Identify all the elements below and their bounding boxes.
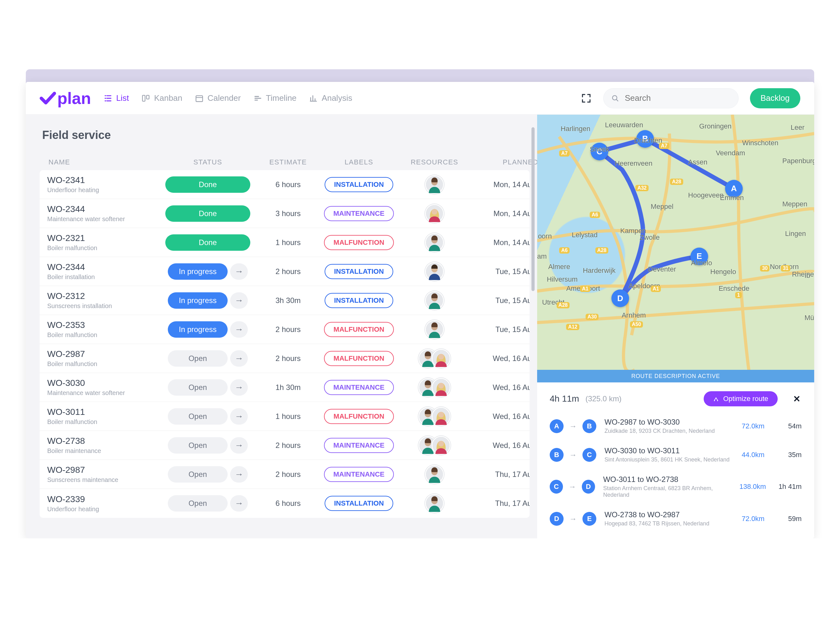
- table-row[interactable]: WO-2321Boiler malfunctionDone1 hoursMALF…: [39, 228, 530, 257]
- status-pill[interactable]: Open: [168, 495, 227, 511]
- wo-resources[interactable]: [397, 175, 472, 194]
- wo-resources[interactable]: [397, 494, 472, 513]
- advance-status-button[interactable]: →: [230, 292, 248, 309]
- status-pill[interactable]: Done: [165, 176, 250, 193]
- status-pill[interactable]: Done: [165, 206, 250, 222]
- table-row[interactable]: WO-3011Boiler malfunctionOpen→1 hoursMAL…: [39, 402, 530, 431]
- map-highway-badge: A12: [566, 324, 579, 330]
- advance-status-button[interactable]: →: [230, 408, 248, 424]
- advance-status-button[interactable]: →: [230, 321, 248, 338]
- wo-resources[interactable]: [397, 378, 472, 397]
- optimize-route-button[interactable]: Optimize route: [704, 391, 778, 406]
- wo-resources[interactable]: [397, 465, 472, 484]
- wo-label-tag[interactable]: MAINTENANCE: [324, 206, 394, 221]
- table-row[interactable]: WO-2344Boiler installationIn progress→2 …: [39, 257, 530, 286]
- wo-label-tag[interactable]: INSTALLATION: [325, 177, 393, 192]
- close-route-button[interactable]: ✕: [791, 394, 802, 404]
- wo-label-tag[interactable]: MALFUNCTION: [324, 351, 393, 366]
- route-leg[interactable]: B → C WO-3030 to WO-3011 Sint Antoniuspl…: [550, 446, 802, 463]
- route-leg[interactable]: C → D WO-3011 to WO-2738 Station Arnhem …: [550, 475, 802, 498]
- table-row[interactable]: WO-2339Underfloor heatingOpen→6 hoursINS…: [39, 489, 530, 518]
- advance-status-button[interactable]: →: [230, 263, 248, 280]
- view-tab-kanban[interactable]: Kanban: [141, 93, 182, 103]
- view-tab-calendar[interactable]: Calender: [195, 93, 241, 103]
- status-pill[interactable]: Done: [165, 234, 250, 251]
- table-row[interactable]: WO-2987Boiler malfunctionOpen→2 hoursMAL…: [39, 344, 530, 373]
- backlog-button[interactable]: Backlog: [750, 88, 801, 108]
- svg-point-7: [432, 209, 437, 215]
- table-row[interactable]: WO-3030Maintenance water softenerOpen→1h…: [39, 373, 530, 402]
- table-row[interactable]: WO-2987Sunscreens maintenanceOpen→2 hour…: [39, 460, 530, 489]
- view-tab-timeline[interactable]: Timeline: [253, 93, 297, 103]
- avatar: [425, 465, 444, 484]
- view-label: Analysis: [322, 93, 352, 103]
- map-city-label: Lingen: [785, 230, 806, 238]
- wo-resources[interactable]: [397, 262, 472, 281]
- status-pill[interactable]: In progress: [168, 263, 227, 280]
- view-tab-list[interactable]: List: [104, 93, 129, 103]
- wo-label-tag[interactable]: INSTALLATION: [325, 264, 393, 279]
- view-tab-analysis[interactable]: Analysis: [309, 93, 352, 103]
- status-pill[interactable]: Open: [168, 379, 227, 396]
- advance-status-button[interactable]: →: [230, 495, 248, 511]
- table-row[interactable]: WO-2312Sunscreens installationIn progres…: [39, 286, 530, 315]
- wo-resources[interactable]: [397, 407, 472, 426]
- wo-resources[interactable]: [397, 320, 472, 339]
- svg-rect-1: [147, 95, 149, 99]
- map-city-label: Veendam: [716, 149, 745, 157]
- wo-label-tag[interactable]: MALFUNCTION: [324, 235, 393, 250]
- route-map[interactable]: ABCDEHarlingenLeeuwardenDrachtenGroninge…: [537, 115, 814, 370]
- wo-resources[interactable]: [397, 436, 472, 455]
- search-field[interactable]: [603, 88, 739, 108]
- leg-time: 1h 41m: [772, 483, 802, 491]
- search-input[interactable]: [624, 93, 731, 103]
- wo-resources[interactable]: [397, 349, 472, 368]
- wo-label-tag[interactable]: MAINTENANCE: [324, 467, 394, 482]
- advance-status-button[interactable]: →: [230, 437, 248, 454]
- col-status: STATUS: [161, 158, 255, 166]
- status-pill[interactable]: Open: [168, 408, 227, 424]
- avatar: [432, 436, 450, 455]
- map-city-label: Meppel: [651, 203, 673, 211]
- map-city-label: Heerenveen: [614, 159, 652, 168]
- expand-icon[interactable]: [581, 93, 592, 104]
- wo-estimate: 1 hours: [255, 238, 321, 247]
- status-pill[interactable]: Open: [168, 350, 227, 367]
- advance-status-button[interactable]: →: [230, 350, 248, 367]
- avatar: [425, 204, 444, 223]
- status-pill[interactable]: In progress: [168, 292, 227, 309]
- table-row[interactable]: WO-2738Boiler maintenanceOpen→2 hoursMAI…: [39, 431, 530, 460]
- table-row[interactable]: WO-2341Underfloor heatingDone6 hoursINST…: [39, 170, 530, 199]
- map-city-label: Leeuwarden: [605, 121, 643, 129]
- wo-resources[interactable]: [397, 233, 472, 252]
- wo-estimate: 6 hours: [255, 499, 321, 508]
- leg-distance: 72.0km: [742, 515, 764, 523]
- status-pill[interactable]: Open: [168, 437, 227, 454]
- wo-planned: Tue, 15 Aug: [472, 267, 530, 276]
- wo-label-tag[interactable]: MALFUNCTION: [324, 409, 393, 424]
- wo-resources[interactable]: [397, 291, 472, 310]
- status-pill[interactable]: In progress: [168, 321, 227, 338]
- wo-desc: Maintenance water softener: [47, 215, 161, 223]
- map-city-label: Enschede: [718, 285, 749, 293]
- map-city-label: Groningen: [699, 122, 732, 130]
- table-row[interactable]: WO-2344Maintenance water softenerDone3 h…: [39, 199, 530, 228]
- map-marker-d[interactable]: D: [611, 290, 629, 307]
- wo-label-tag[interactable]: INSTALLATION: [325, 496, 393, 511]
- wo-resources[interactable]: [397, 204, 472, 223]
- wo-label-tag[interactable]: MAINTENANCE: [324, 438, 394, 453]
- map-city-label: Drachten: [634, 136, 662, 145]
- wo-planned: Wed, 16 Aug: [472, 354, 530, 363]
- wo-id: WO-2344: [47, 204, 161, 214]
- map-city-label: oorn: [538, 232, 552, 241]
- advance-status-button[interactable]: →: [230, 379, 248, 396]
- advance-status-button[interactable]: →: [230, 466, 248, 483]
- leg-title: WO-3011 to WO-2738: [603, 475, 734, 484]
- table-row[interactable]: WO-2353Boiler malfunctionIn progress→2 h…: [39, 315, 530, 344]
- route-leg[interactable]: A → B WO-2987 to WO-3030 Zuidkade 18, 92…: [550, 418, 802, 434]
- status-pill[interactable]: Open: [168, 466, 227, 483]
- wo-label-tag[interactable]: INSTALLATION: [325, 293, 393, 308]
- wo-label-tag[interactable]: MALFUNCTION: [324, 322, 393, 337]
- route-leg[interactable]: D → E WO-2738 to WO-2987 Hogepad 83, 746…: [550, 510, 802, 527]
- wo-label-tag[interactable]: MAINTENANCE: [324, 380, 394, 395]
